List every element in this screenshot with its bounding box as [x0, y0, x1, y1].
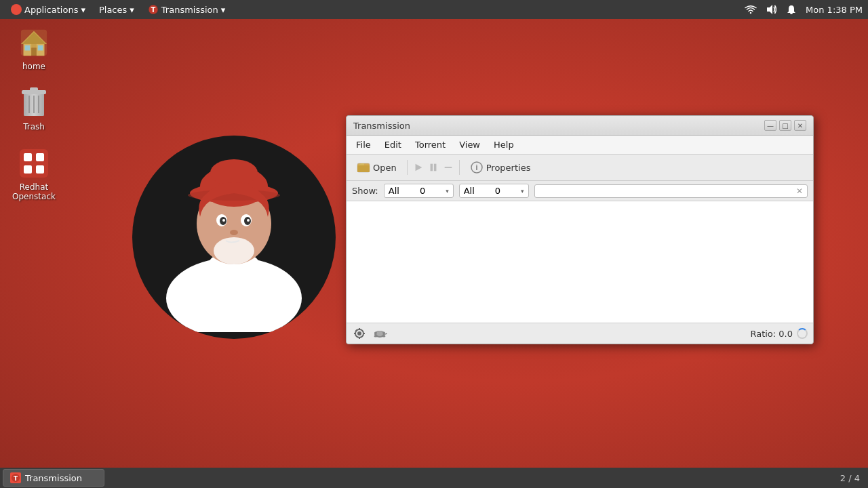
- menu-file[interactable]: File: [349, 137, 378, 152]
- filter2-value: All: [464, 186, 475, 196]
- minimize-button[interactable]: —: [764, 120, 776, 131]
- svg-point-34: [222, 219, 225, 222]
- transmission-icon: T: [148, 4, 159, 15]
- redhat-logo-svg: [139, 142, 329, 332]
- properties-label: Properties: [486, 163, 531, 173]
- svg-rect-43: [444, 167, 452, 168]
- trash-icon-item[interactable]: Trash: [7, 84, 61, 134]
- svg-rect-22: [36, 165, 44, 174]
- svg-rect-51: [363, 333, 365, 334]
- svg-point-28: [210, 159, 258, 186]
- filter2-arrow: ▾: [521, 188, 524, 195]
- open-label: Open: [373, 163, 397, 173]
- redhat-openstack-image: [18, 147, 50, 180]
- desktop: Applications ▾ Places ▾ T Transmission ▾: [0, 0, 868, 488]
- filter1-arrow: ▾: [446, 188, 449, 195]
- volume-icon[interactable]: [765, 3, 777, 16]
- places-menu[interactable]: Places ▾: [94, 3, 140, 16]
- filter1-value: All: [389, 186, 399, 196]
- pause-button[interactable]: [427, 161, 440, 174]
- svg-point-35: [247, 219, 250, 222]
- taskbar-transmission-item[interactable]: T Transmission: [3, 469, 104, 487]
- home-icon-item[interactable]: home: [7, 24, 61, 74]
- redhat-logo: [132, 136, 336, 339]
- menu-view[interactable]: View: [452, 137, 487, 152]
- search-box[interactable]: ✕: [534, 184, 808, 198]
- svg-text:T: T: [14, 475, 18, 482]
- svg-rect-50: [354, 333, 356, 334]
- ratio-label: Ratio: 0.0: [750, 329, 793, 339]
- properties-button[interactable]: i Properties: [464, 157, 537, 178]
- workspace-indicator: 2 / 4: [840, 473, 865, 483]
- play-button[interactable]: [412, 161, 425, 174]
- svg-point-56: [374, 336, 378, 338]
- toolbar-separator-1: [407, 160, 408, 175]
- svg-rect-14: [30, 87, 38, 92]
- turtle-svg: [372, 328, 387, 339]
- window-controls: — □ ✕: [764, 120, 806, 131]
- svg-rect-18: [20, 149, 48, 178]
- redhat-openstack-svg: [18, 148, 50, 179]
- menu-help[interactable]: Help: [487, 137, 521, 152]
- play-icon: [413, 161, 424, 174]
- svg-rect-21: [24, 165, 32, 174]
- transmission-window: Transmission — □ ✕ File Edit Torrent Vie…: [346, 115, 814, 344]
- redhat-openstack-icon-item[interactable]: Redhat Openstack: [7, 144, 61, 204]
- svg-rect-9: [25, 45, 31, 51]
- open-button[interactable]: Open: [351, 157, 403, 178]
- statusbar-right: Ratio: 0.0: [750, 328, 808, 339]
- search-clear-icon[interactable]: ✕: [796, 186, 803, 196]
- workspace-label: 2 / 4: [840, 473, 860, 483]
- menu-torrent[interactable]: Torrent: [408, 137, 452, 152]
- menubar: File Edit Torrent View Help: [347, 136, 813, 155]
- home-icon-image: [18, 26, 50, 59]
- filter2-count: 0: [495, 186, 500, 196]
- redhat-openstack-label: Redhat Openstack: [9, 182, 58, 201]
- remove-button[interactable]: [441, 161, 455, 174]
- filter-select-2[interactable]: All 0 ▾: [459, 184, 529, 198]
- menu-edit[interactable]: Edit: [378, 137, 408, 152]
- transmission-menu[interactable]: T Transmission ▾: [142, 3, 231, 16]
- notification-icon[interactable]: [785, 3, 797, 16]
- svg-rect-42: [434, 164, 437, 171]
- svg-point-36: [230, 230, 238, 235]
- panel-right: Mon 1:38 PM: [745, 3, 863, 16]
- properties-icon: i: [470, 161, 484, 174]
- desktop-icons: home: [7, 24, 61, 204]
- svg-rect-39: [357, 165, 370, 172]
- panel-left: Applications ▾ Places ▾ T Transmission ▾: [5, 3, 231, 16]
- trash-icon-image: [18, 87, 50, 119]
- svg-rect-48: [359, 328, 360, 330]
- applications-label: Applications: [24, 5, 78, 15]
- applications-menu[interactable]: Applications ▾: [5, 3, 91, 16]
- toolbar-separator-2: [459, 160, 460, 175]
- svg-point-59: [382, 332, 385, 334]
- maximize-button[interactable]: □: [779, 120, 791, 131]
- taskbar-icon-svg: T: [11, 473, 20, 483]
- home-label: home: [22, 62, 45, 71]
- svg-point-54: [376, 331, 383, 336]
- settings-icon[interactable]: [352, 326, 367, 341]
- transmission-label: Transmission: [161, 5, 218, 15]
- filter1-count: 0: [420, 186, 425, 196]
- places-arrow: ▾: [130, 5, 134, 15]
- turtle-speed-icon[interactable]: [372, 326, 387, 341]
- window-title: Transmission: [353, 121, 410, 131]
- close-button[interactable]: ✕: [794, 120, 806, 131]
- svg-rect-20: [36, 153, 44, 161]
- filter-select-1[interactable]: All 0 ▾: [384, 184, 454, 198]
- statusbar-left: [352, 326, 387, 341]
- gear-svg: [353, 327, 366, 340]
- svg-rect-10: [38, 45, 43, 51]
- wifi-icon[interactable]: [745, 3, 757, 16]
- svg-point-57: [382, 336, 386, 338]
- home-svg: [18, 27, 50, 58]
- remove-icon: [443, 161, 454, 174]
- svg-rect-19: [24, 153, 32, 161]
- toolbar: Open: [347, 155, 813, 181]
- transmission-arrow: ▾: [221, 5, 226, 15]
- svg-marker-40: [415, 164, 422, 171]
- top-panel: Applications ▾ Places ▾ T Transmission ▾: [0, 0, 868, 19]
- svg-point-58: [374, 332, 377, 334]
- clock: Mon 1:38 PM: [806, 5, 863, 15]
